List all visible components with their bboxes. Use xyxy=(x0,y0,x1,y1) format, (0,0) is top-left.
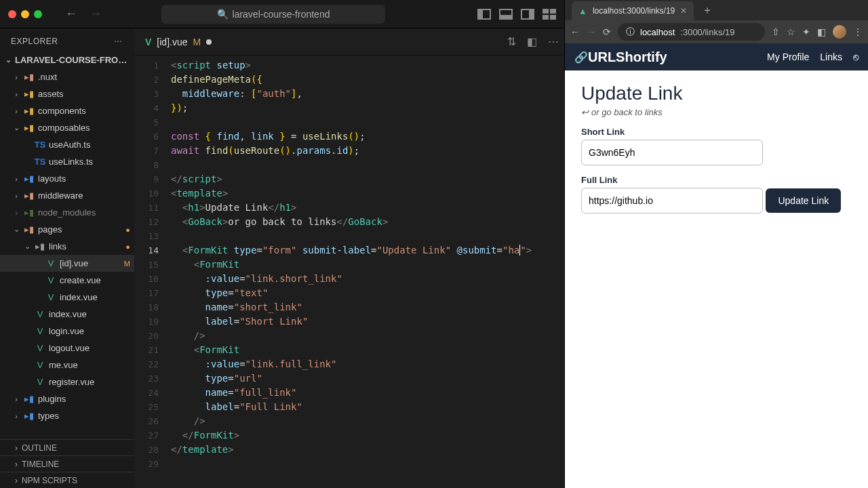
explorer-more-icon[interactable]: ⋯ xyxy=(114,37,123,46)
section-npm-scripts[interactable]: ›NPM SCRIPTS xyxy=(0,472,134,488)
code-line-1[interactable]: 1<script setup> xyxy=(134,58,564,73)
code-line-16[interactable]: 16 :value="link.short_link" xyxy=(134,272,564,286)
tree-item-composables[interactable]: ⌄▸▮composables xyxy=(0,119,134,136)
extensions-icon[interactable]: ✦ xyxy=(802,26,810,37)
tree-item-components[interactable]: ›▸▮components xyxy=(0,102,134,119)
code-line-5[interactable]: 5 xyxy=(134,115,564,129)
code-line-17[interactable]: 17 type="text" xyxy=(134,286,564,300)
tree-item-uselinks-ts[interactable]: TSuseLinks.ts xyxy=(0,153,134,170)
update-link-button[interactable]: Update Link xyxy=(766,188,841,213)
ts-file-icon: TS xyxy=(34,157,46,167)
tree-item-me-vue[interactable]: Vme.vue xyxy=(0,357,134,373)
section-outline[interactable]: ›OUTLINE xyxy=(0,439,134,455)
tree-item-types[interactable]: ›▸▮types xyxy=(0,407,134,424)
profile-avatar-icon[interactable] xyxy=(833,25,846,39)
tree-item-index-vue[interactable]: Vindex.vue xyxy=(0,289,134,306)
code-line-6[interactable]: 6const { find, link } = useLinks(); xyxy=(134,129,564,144)
code-line-8[interactable]: 8 xyxy=(134,158,564,172)
compare-changes-icon[interactable]: ⇅ xyxy=(507,35,516,48)
code-line-24[interactable]: 24 name="full_link" xyxy=(134,386,564,400)
app-brand[interactable]: URLShortify xyxy=(588,49,667,65)
toggle-secondary-icon[interactable] xyxy=(521,9,534,20)
code-line-3[interactable]: 3 middleware: ["auth"], xyxy=(134,87,564,101)
reload-icon[interactable]: ⟳ xyxy=(603,26,611,37)
code-line-19[interactable]: 19 label="Short Link" xyxy=(134,314,564,329)
browser-tab[interactable]: ▲ localhost:3000/links/19 ✕ xyxy=(572,1,694,20)
tree-item-logout-vue[interactable]: Vlogout.vue xyxy=(0,340,134,357)
code-line-18[interactable]: 18 name="short_link" xyxy=(134,300,564,314)
url-host: localhost xyxy=(640,27,675,37)
tree-item-middleware[interactable]: ›▸▮middleware xyxy=(0,187,134,204)
site-info-icon[interactable]: ⓘ xyxy=(626,26,635,38)
more-actions-icon[interactable]: ⋯ xyxy=(548,35,559,48)
code-line-25[interactable]: 25 label="Full Link" xyxy=(134,400,564,414)
code-line-10[interactable]: 10<template> xyxy=(134,186,564,201)
back-arrow-icon[interactable]: ← xyxy=(65,7,77,21)
new-tab-icon[interactable]: ＋ xyxy=(699,1,715,20)
code-line-29[interactable]: 29 xyxy=(134,457,564,471)
code-line-13[interactable]: 13 xyxy=(134,229,564,243)
menu-icon[interactable]: ⋮ xyxy=(853,26,863,37)
tree-item-useauth-ts[interactable]: TSuseAuth.ts xyxy=(0,136,134,153)
sidepanel-icon[interactable]: ◧ xyxy=(817,26,826,37)
code-line-14[interactable]: 14 <FormKit type="form" submit-label="Up… xyxy=(134,243,564,258)
project-root[interactable]: ⌄ LARAVEL-COURSE-FRO… xyxy=(0,52,134,68)
code-line-9[interactable]: 9</script> xyxy=(134,172,564,186)
split-editor-icon[interactable]: ◧ xyxy=(527,35,537,48)
tree-item-create-vue[interactable]: Vcreate.vue xyxy=(0,272,134,289)
code-line-15[interactable]: 15 <FormKit xyxy=(134,258,564,272)
code-line-7[interactable]: 7await find(useRoute().params.id); xyxy=(134,144,564,158)
tree-item-index-vue[interactable]: Vindex.vue xyxy=(0,306,134,323)
toggle-sidebar-icon[interactable] xyxy=(477,9,491,20)
browser-fwd-icon[interactable]: → xyxy=(587,26,596,37)
code-line-4[interactable]: 4}); xyxy=(134,101,564,115)
tree-item-assets[interactable]: ›▸▮assets xyxy=(0,85,134,102)
full-link-input[interactable] xyxy=(581,188,763,214)
code-line-20[interactable]: 20 /> xyxy=(134,329,564,343)
nav-links[interactable]: Links xyxy=(820,52,842,62)
tree-item-label: pages xyxy=(38,224,123,235)
code-line-11[interactable]: 11 <h1>Update Link</h1> xyxy=(134,201,564,215)
tree-item-node-modules[interactable]: ›▸▮node_modules xyxy=(0,204,134,221)
code-editor[interactable]: 1<script setup>2definePageMeta({3 middle… xyxy=(134,56,564,488)
traffic-lights[interactable] xyxy=(8,10,42,18)
close-dot[interactable] xyxy=(8,10,16,18)
close-tab-icon[interactable]: ✕ xyxy=(680,6,687,16)
short-link-input[interactable] xyxy=(581,140,763,165)
max-dot[interactable] xyxy=(34,10,42,18)
customize-layout-icon[interactable] xyxy=(542,9,556,20)
nav-my-profile[interactable]: My Profile xyxy=(767,52,809,62)
code-line-2[interactable]: 2definePageMeta({ xyxy=(134,73,564,87)
code-line-26[interactable]: 26 /> xyxy=(134,414,564,428)
go-back-link[interactable]: ↩ or go back to links xyxy=(581,107,852,117)
code-line-12[interactable]: 12 <GoBack>or go back to links</GoBack> xyxy=(134,215,564,229)
min-dot[interactable] xyxy=(21,10,29,18)
toggle-panel-icon[interactable] xyxy=(499,9,513,20)
tree-item-pages[interactable]: ⌄▸▮pages● xyxy=(0,221,134,238)
tree-item--id-vue[interactable]: V[id].vueM xyxy=(0,255,134,272)
tree-item-links[interactable]: ⌄▸▮links● xyxy=(0,238,134,255)
tree-item-layouts[interactable]: ›▸▮layouts xyxy=(0,170,134,187)
code-line-28[interactable]: 28</template> xyxy=(134,443,564,457)
code-line-21[interactable]: 21 <FormKit xyxy=(134,343,564,357)
share-icon[interactable]: ⇧ xyxy=(772,26,780,37)
command-center[interactable]: 🔍 laravel-course-frontend xyxy=(161,5,385,24)
tree-item-label: register.vue xyxy=(49,377,134,387)
code-line-22[interactable]: 22 :value="link.full_link" xyxy=(134,357,564,371)
vue-file-icon: V xyxy=(45,292,57,302)
tree-item--nuxt[interactable]: ›▸▮.nuxt xyxy=(0,68,134,85)
address-bar[interactable]: ⓘ localhost:3000/links/19 xyxy=(618,23,765,41)
section-timeline[interactable]: ›TIMELINE xyxy=(0,455,134,472)
tree-item-login-vue[interactable]: Vlogin.vue xyxy=(0,323,134,340)
code-line-27[interactable]: 27 </FormKit> xyxy=(134,428,564,443)
code-line-23[interactable]: 23 type="url" xyxy=(134,371,564,386)
chevron-icon: › xyxy=(12,412,20,420)
logout-icon[interactable]: ⎋ xyxy=(853,52,859,62)
browser-back-icon[interactable]: ← xyxy=(570,26,580,37)
fwd-arrow-icon[interactable]: → xyxy=(90,7,102,21)
browser-tabstrip: ▲ localhost:3000/links/19 ✕ ＋ xyxy=(565,0,868,20)
tree-item-plugins[interactable]: ›▸▮plugins xyxy=(0,390,134,407)
tab-id-vue[interactable]: V [id].vue M xyxy=(140,34,217,50)
tree-item-register-vue[interactable]: Vregister.vue xyxy=(0,373,134,390)
bookmark-icon[interactable]: ☆ xyxy=(787,26,795,37)
